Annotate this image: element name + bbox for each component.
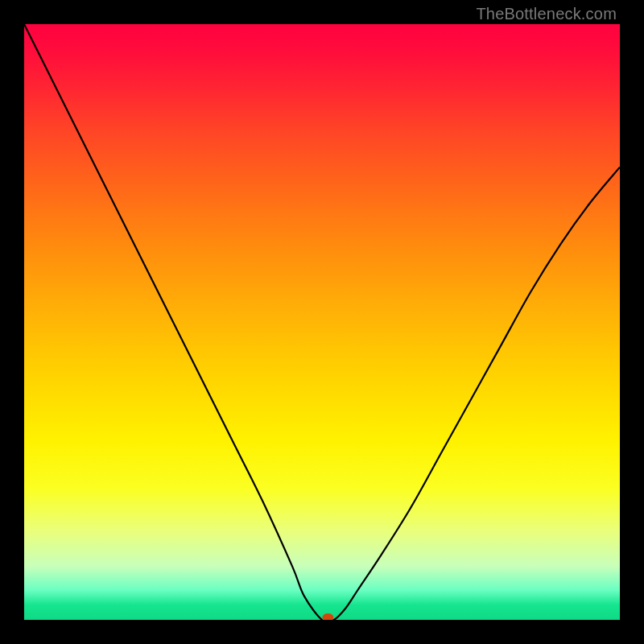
curve-layer (24, 24, 620, 620)
attribution-label: TheBottleneck.com (476, 5, 617, 23)
bottleneck-chart: TheBottleneck.com (0, 0, 644, 644)
optimal-marker (322, 613, 333, 620)
bottleneck-curve-line (24, 24, 620, 620)
plot-area (24, 24, 620, 620)
